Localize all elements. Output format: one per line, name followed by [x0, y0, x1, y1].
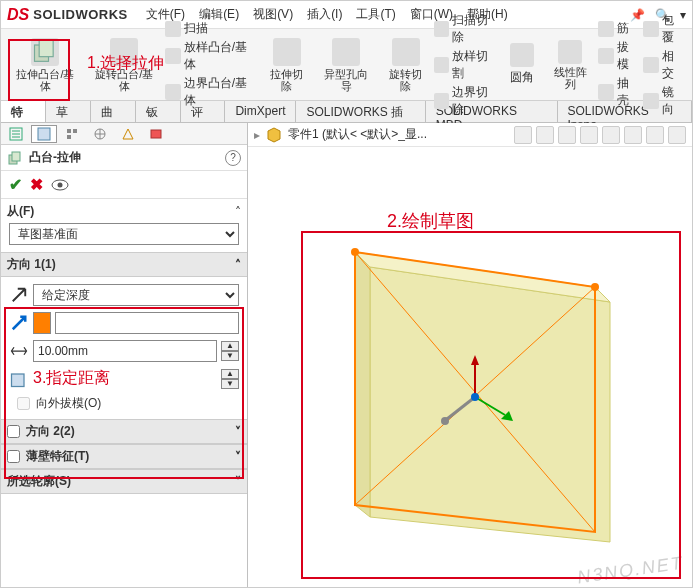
direction-ref-input[interactable]: [55, 312, 239, 334]
svg-rect-1: [40, 40, 54, 56]
fillet-button[interactable]: 圆角: [502, 33, 542, 96]
depth-input[interactable]: [33, 340, 217, 362]
selected-contours-header[interactable]: 所选轮廓(S)˅: [1, 469, 247, 494]
boundary-button[interactable]: 边界凸台/基体: [165, 75, 259, 109]
direction2-checkbox[interactable]: [7, 425, 20, 438]
zoom-tool[interactable]: [514, 126, 532, 144]
direction-arrow-icon[interactable]: [9, 313, 29, 333]
svg-point-27: [441, 417, 449, 425]
menu-tools[interactable]: 工具(T): [356, 6, 395, 23]
tab-sketch[interactable]: 草图: [46, 101, 91, 122]
svg-rect-4: [67, 129, 71, 133]
svg-point-28: [471, 393, 479, 401]
pm-tab-strip: [1, 123, 247, 145]
extrude-boss-button[interactable]: 拉伸凸台/基体: [7, 33, 84, 96]
depth-icon: [9, 341, 29, 361]
draft-outward-checkbox[interactable]: [17, 397, 30, 410]
pm-tab-property[interactable]: [31, 125, 57, 143]
title-bar: DS SOLIDWORKS 文件(F) 编辑(E) 视图(V) 插入(I) 工具…: [1, 1, 692, 29]
from-select[interactable]: 草图基准面: [9, 223, 239, 245]
direction1-panel: 给定深度 ▲▼ 3.指定距离 ▲▼ 向外拔模(O): [1, 277, 247, 419]
tab-feature[interactable]: 特征: [1, 101, 46, 122]
part-icon: [266, 127, 282, 143]
draft-button[interactable]: 拔模: [598, 39, 641, 73]
ribbon-stack-1: 扫描 放样凸台/基体 边界凸台/基体: [165, 33, 259, 96]
pm-actions: ✔ ✖: [1, 171, 247, 199]
loft-button[interactable]: 放样凸台/基体: [165, 39, 259, 73]
viewport-header: ▸ 零件1 (默认< <默认>_显...: [248, 123, 692, 147]
ribbon-stack-2: 扫描切除 放样切割 边界切除: [434, 33, 501, 96]
settings-tool[interactable]: [668, 126, 686, 144]
wrap-button[interactable]: 包覆: [643, 12, 686, 46]
direction1-header[interactable]: 方向 1(1)˄: [1, 252, 247, 277]
annotation-text-2: 2.绘制草图: [387, 209, 474, 233]
direction2-header[interactable]: 方向 2(2)˅: [1, 419, 247, 444]
extrude-cut-button[interactable]: 拉伸切除: [261, 33, 313, 96]
app-logo: DS SOLIDWORKS: [7, 6, 128, 24]
end-condition-select[interactable]: 给定深度: [33, 284, 239, 306]
sweep-cut-button[interactable]: 扫描切除: [434, 12, 501, 46]
from-label: 从(F): [7, 203, 34, 220]
tab-surface[interactable]: 曲面: [91, 101, 136, 122]
loft-cut-button[interactable]: 放样切割: [434, 48, 501, 82]
menu-insert[interactable]: 插入(I): [307, 6, 342, 23]
ok-button[interactable]: ✔: [9, 175, 22, 194]
svg-point-21: [591, 283, 599, 291]
nav-arrow-icon[interactable]: ▸: [254, 128, 260, 142]
pm-title: 凸台-拉伸: [29, 149, 81, 166]
pm-tab-5[interactable]: [115, 125, 141, 143]
feature-tabs: 特征 草图 曲面 钣金 评估 DimXpert SOLIDWORKS 插件 SO…: [1, 101, 692, 123]
chevron-down-icon: ˅: [235, 425, 241, 439]
view-toolbar: [514, 126, 686, 144]
reverse-direction-icon[interactable]: [9, 285, 29, 305]
help-icon[interactable]: ?: [225, 150, 241, 166]
thin-feature-header[interactable]: 薄壁特征(T)˅: [1, 444, 247, 469]
svg-rect-5: [73, 129, 77, 133]
rib-button[interactable]: 筋: [598, 20, 641, 37]
svg-marker-16: [355, 252, 370, 517]
chevron-up-icon: ˄: [235, 258, 241, 272]
shell-button[interactable]: 抽壳: [598, 75, 641, 109]
appearance-tool[interactable]: [646, 126, 664, 144]
sweep-button[interactable]: 扫描: [165, 20, 259, 37]
svg-rect-8: [151, 130, 161, 138]
chevron-down-icon: ˅: [235, 450, 241, 464]
direction-color-swatch[interactable]: [33, 312, 51, 334]
boundary-cut-button[interactable]: 边界切除: [434, 84, 501, 118]
menu-view[interactable]: 视图(V): [253, 6, 293, 23]
zoom-fit-tool[interactable]: [536, 126, 554, 144]
ribbon-stack-3: 筋 拔模 抽壳: [598, 33, 641, 96]
section-tool[interactable]: [602, 126, 620, 144]
pm-header: 凸台-拉伸 ?: [1, 145, 247, 171]
depth-spinner[interactable]: ▲▼: [221, 341, 239, 361]
linear-pattern-button[interactable]: 线性阵列: [544, 33, 596, 96]
content-area: 凸台-拉伸 ? ✔ ✖ 从(F)˄ 草图基准面 方向 1(1)˄ 给定深度: [1, 123, 692, 587]
from-panel: 从(F)˄ 草图基准面: [1, 199, 247, 252]
display-style-tool[interactable]: [580, 126, 598, 144]
extrude-icon: [7, 150, 23, 166]
draft-icon[interactable]: [9, 369, 29, 389]
svg-rect-6: [67, 135, 71, 139]
intersect-button[interactable]: 相交: [643, 48, 686, 82]
draft-spinner[interactable]: ▲▼: [221, 369, 239, 389]
chevron-up-icon[interactable]: ˄: [235, 205, 241, 219]
pm-tab-6[interactable]: [143, 125, 169, 143]
svg-rect-3: [38, 128, 50, 140]
mirror-button[interactable]: 镜向: [643, 84, 686, 118]
hole-wizard-button[interactable]: 异型孔向导: [315, 33, 378, 96]
orient-tool[interactable]: [558, 126, 576, 144]
cancel-button[interactable]: ✖: [30, 175, 43, 194]
pm-tab-config[interactable]: [59, 125, 85, 143]
ribbon-stack-4: 包覆 相交 镜向: [643, 33, 686, 96]
logo-text: SOLIDWORKS: [33, 7, 128, 22]
preview-icon[interactable]: [51, 178, 69, 192]
thin-checkbox[interactable]: [7, 450, 20, 463]
pm-tab-tree[interactable]: [3, 125, 29, 143]
logo-prefix: DS: [7, 6, 29, 24]
scene-tool[interactable]: [624, 126, 642, 144]
tab-plugins[interactable]: SOLIDWORKS 插件: [296, 101, 425, 122]
revolve-cut-button[interactable]: 旋转切除: [380, 33, 432, 96]
svg-rect-13: [12, 374, 25, 387]
property-manager: 凸台-拉伸 ? ✔ ✖ 从(F)˄ 草图基准面 方向 1(1)˄ 给定深度: [1, 123, 248, 587]
pm-tab-display[interactable]: [87, 125, 113, 143]
